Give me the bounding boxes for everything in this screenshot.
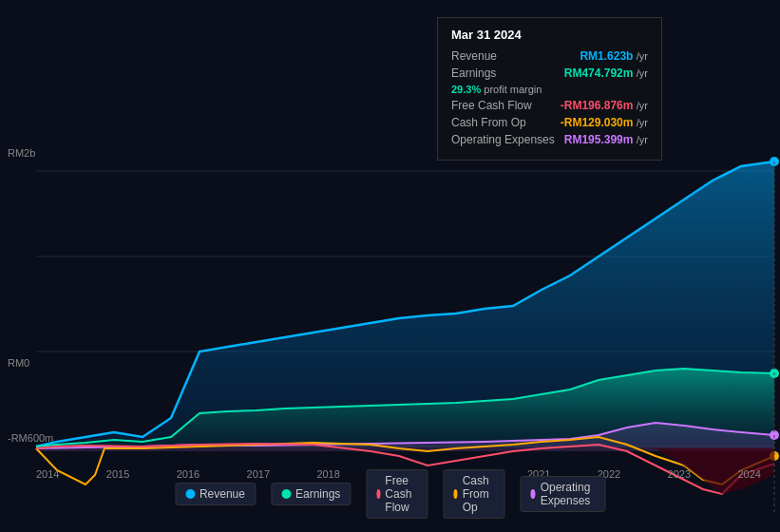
- tooltip-value-fcf: -RM196.876m /yr: [561, 99, 648, 112]
- tooltip-title: Mar 31 2024: [451, 28, 648, 42]
- legend-cashfromop[interactable]: Cash From Op: [443, 469, 504, 519]
- legend-revenue[interactable]: Revenue: [175, 483, 256, 505]
- tooltip-label-earnings: Earnings: [451, 66, 496, 80]
- legend-label-fcf: Free Cash Flow: [385, 474, 417, 514]
- tooltip-row-opex: Operating Expenses RM195.399m /yr: [451, 133, 648, 146]
- legend-dot-opex: [530, 489, 535, 499]
- tooltip-row-revenue: Revenue RM1.623b /yr: [451, 49, 648, 63]
- x-label-2014: 2014: [36, 468, 59, 480]
- legend-opex[interactable]: Operating Expenses: [520, 476, 605, 512]
- tooltip-row-cashfromop: Cash From Op -RM129.030m /yr: [451, 116, 648, 129]
- legend-label-cashfromop: Cash From Op: [463, 474, 495, 514]
- legend-dot-earnings: [281, 489, 291, 499]
- tooltip-label-fcf: Free Cash Flow: [451, 99, 532, 112]
- legend-label-opex: Operating Expenses: [541, 481, 595, 507]
- x-label-2015: 2015: [106, 468, 129, 480]
- legend-label-revenue: Revenue: [200, 487, 245, 501]
- tooltip-label-revenue: Revenue: [451, 49, 497, 63]
- data-tooltip: Mar 31 2024 Revenue RM1.623b /yr Earning…: [437, 17, 662, 161]
- legend-dot-fcf: [376, 489, 380, 499]
- tooltip-value-earnings: RM474.792m /yr: [564, 66, 648, 80]
- tooltip-value-opex: RM195.399m /yr: [564, 133, 648, 146]
- tooltip-row-earnings: Earnings RM474.792m /yr: [451, 66, 648, 80]
- x-label-2023: 2023: [668, 468, 691, 480]
- legend-fcf[interactable]: Free Cash Flow: [366, 469, 428, 519]
- legend-earnings[interactable]: Earnings: [271, 483, 351, 505]
- legend-dot-revenue: [185, 489, 195, 499]
- tooltip-label-opex: Operating Expenses: [451, 133, 555, 146]
- tooltip-value-revenue: RM1.623b /yr: [580, 49, 648, 63]
- legend-label-earnings: Earnings: [295, 487, 340, 501]
- chart-legend: Revenue Earnings Free Cash Flow Cash Fro…: [175, 469, 605, 519]
- x-label-2024: 2024: [737, 468, 760, 480]
- tooltip-row-fcf: Free Cash Flow -RM196.876m /yr: [451, 99, 648, 112]
- tooltip-label-cashfromop: Cash From Op: [451, 116, 526, 129]
- tooltip-profit-margin: 29.3% profit margin: [451, 84, 648, 95]
- tooltip-value-cashfromop: -RM129.030m /yr: [561, 116, 648, 129]
- legend-dot-cashfromop: [453, 489, 457, 499]
